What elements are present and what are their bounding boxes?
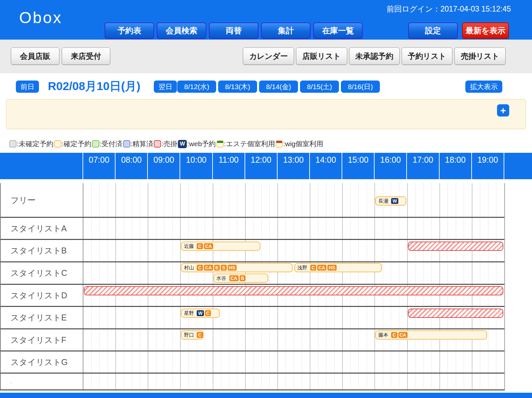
row-label-stylist-free: フリー bbox=[1, 183, 83, 217]
nav-inventory-list[interactable]: 在庫一覧 bbox=[313, 22, 363, 39]
row-label-stylist-a: スタイリストA bbox=[1, 218, 83, 239]
toolbar-visit-reception-button[interactable]: 来店受付 bbox=[62, 48, 110, 65]
legend-swatch-pink-icon bbox=[154, 140, 161, 148]
service-badge: C bbox=[197, 265, 203, 271]
blocked-time-box[interactable] bbox=[84, 286, 503, 295]
appointment-customer-name: 星野 bbox=[184, 310, 194, 316]
appointment-box[interactable]: 近藤CCA bbox=[181, 242, 260, 251]
toolbar-member-store-sales-button[interactable]: 会員店販 bbox=[11, 48, 59, 65]
date-8-16-button[interactable]: 8/16(日) bbox=[341, 81, 380, 93]
row-cells-stylist-e[interactable]: 星野WC bbox=[83, 307, 504, 328]
service-badge: CA bbox=[317, 265, 326, 271]
appointment-box[interactable]: 藤本CCA bbox=[375, 330, 487, 340]
appointment-customer-name: 野口 bbox=[184, 332, 194, 338]
service-badge: C bbox=[310, 265, 316, 271]
row-cells-stylist-c[interactable]: 村山CCAESHS浅野CCAHS水谷CAB bbox=[83, 262, 504, 284]
top-header-bar: Obox 前回ログイン：2017-04-03 15:12:45 予約表会員検索両… bbox=[0, 0, 532, 40]
row-cells-stylist-f[interactable]: 野口C藤本CCA bbox=[83, 329, 504, 350]
web-reservation-badge: W bbox=[391, 198, 398, 204]
appointment-customer-name: 浅野 bbox=[297, 265, 307, 271]
schedule-row-stylist-b: スタイリストB近藤CCA bbox=[1, 239, 504, 261]
app-logo: Obox bbox=[19, 9, 62, 27]
toolbar-receivables-list-button[interactable]: 売掛リスト bbox=[454, 48, 506, 65]
nav-member-search[interactable]: 会員検索 bbox=[157, 22, 206, 39]
row-cells-stylist-a[interactable] bbox=[83, 218, 504, 239]
legend-item-green: :受付済 bbox=[92, 139, 122, 149]
nav-reservation-table[interactable]: 予約表 bbox=[105, 22, 154, 39]
row-cells-row-blank[interactable] bbox=[83, 374, 504, 389]
next-day-button[interactable]: 翌日 bbox=[154, 81, 177, 93]
legend-label: :未確定予約 bbox=[17, 139, 53, 149]
service-badge: S bbox=[221, 265, 226, 271]
toolbar-calendar-button[interactable]: カレンダー bbox=[243, 48, 294, 65]
schedule-row-row-blank: . bbox=[1, 373, 504, 389]
date-8-12-button[interactable]: 8/12(水) bbox=[177, 81, 216, 93]
row-cells-stylist-g[interactable] bbox=[83, 351, 504, 373]
appointment-box[interactable]: 水谷CAB bbox=[214, 274, 269, 283]
appointment-box[interactable]: 村山CCAESHS bbox=[181, 263, 293, 272]
status-legend: :未確定予約:確定予約:受付済:精算済:売掛W:web予約:エステ個室利用:wi… bbox=[9, 139, 532, 149]
expand-view-button[interactable]: 拡大表示 bbox=[465, 81, 502, 93]
appointment-box[interactable]: 星野WC bbox=[181, 309, 220, 318]
time-header-cell: 09:00 bbox=[148, 153, 180, 179]
toolbar-store-sales-list-button[interactable]: 店販リスト bbox=[296, 48, 347, 65]
obox-app: Obox 前回ログイン：2017-04-03 15:12:45 予約表会員検索両… bbox=[0, 0, 532, 398]
appointment-customer-name: 村山 bbox=[184, 265, 194, 271]
legend-swatch-blue-icon bbox=[123, 140, 130, 148]
date-8-15-button[interactable]: 8/15(土) bbox=[300, 81, 339, 93]
blocked-time-box[interactable] bbox=[408, 309, 503, 318]
row-cells-stylist-free[interactable]: 長瀬W bbox=[83, 183, 504, 217]
time-header-filler bbox=[504, 153, 532, 179]
appointment-box[interactable]: 長瀬W bbox=[375, 196, 406, 206]
time-header-cell: 16:00 bbox=[375, 153, 407, 179]
row-label-stylist-b: スタイリストB bbox=[1, 240, 83, 261]
legend-item-cream: :確定予約 bbox=[54, 139, 91, 149]
refresh-latest-button[interactable]: 最新を表示 bbox=[462, 22, 509, 39]
time-header-cell: 10:00 bbox=[180, 153, 213, 179]
prev-day-button[interactable]: 前日 bbox=[16, 81, 39, 93]
legend-label: :精算済 bbox=[131, 139, 153, 149]
blocked-time-box[interactable] bbox=[408, 242, 503, 251]
main-nav-right: 設定 最新を表示 bbox=[408, 22, 509, 39]
toolbar-unapproved-reservations-button[interactable]: 未承認予約 bbox=[349, 48, 400, 65]
service-badge: B bbox=[240, 275, 246, 281]
schedule-row-stylist-d: スタイリストD bbox=[1, 284, 504, 306]
sub-toolbar-right: カレンダー店販リスト未承認予約予約リスト売掛リスト bbox=[243, 48, 506, 65]
time-header-cell: 17:00 bbox=[407, 153, 439, 179]
service-badge: C bbox=[205, 310, 211, 316]
service-badge: C bbox=[197, 332, 203, 338]
legend-swatch-este-icon bbox=[216, 140, 224, 148]
time-header-cell: 11:00 bbox=[213, 153, 245, 179]
current-date-title: R02/08月10日(月) bbox=[48, 79, 140, 94]
appointment-box[interactable]: 浅野CCAHS bbox=[294, 263, 382, 272]
date-8-13-button[interactable]: 8/13(木) bbox=[218, 81, 257, 93]
schedule-row-stylist-g: スタイリストG bbox=[1, 350, 504, 373]
sub-toolbar: 会員店販来店受付 カレンダー店販リスト未承認予約予約リスト売掛リスト bbox=[0, 40, 532, 73]
service-badge: CA bbox=[204, 243, 213, 249]
legend-item-wig: :wig個室利用 bbox=[276, 139, 323, 149]
appointment-box[interactable]: 野口C bbox=[181, 330, 204, 340]
schedule-row-stylist-c: スタイリストC村山CCAESHS浅野CCAHS水谷CAB bbox=[1, 261, 504, 284]
nav-totals[interactable]: 集計 bbox=[261, 22, 311, 39]
nav-currency-exchange[interactable]: 両替 bbox=[209, 22, 258, 39]
time-header-cell: 14:00 bbox=[310, 153, 342, 179]
legend-label: :エステ個室利用 bbox=[224, 139, 275, 149]
schedule-row-stylist-a: スタイリストA bbox=[1, 217, 504, 239]
settings-button[interactable]: 設定 bbox=[408, 22, 458, 39]
notice-panel: + bbox=[6, 99, 526, 129]
toolbar-reservation-list-button[interactable]: 予約リスト bbox=[402, 48, 453, 65]
date-navigation-bar: 前日 R02/08月10日(月) 翌日 8/12(水)8/13(木)8/14(金… bbox=[0, 73, 532, 99]
row-cells-stylist-d[interactable] bbox=[83, 285, 504, 306]
legend-item-pink: :売掛 bbox=[154, 139, 177, 149]
row-cells-stylist-b[interactable]: 近藤CCA bbox=[83, 240, 504, 261]
time-header-cell: 07:00 bbox=[83, 153, 116, 179]
last-login-text: 前回ログイン：2017-04-03 15:12:45 bbox=[386, 4, 511, 14]
time-header-cell: 19:00 bbox=[472, 153, 504, 179]
legend-swatch-wig-icon bbox=[276, 140, 283, 148]
legend-item-este: :エステ個室利用 bbox=[216, 139, 275, 149]
service-badge: CA bbox=[204, 265, 213, 271]
date-8-14-button[interactable]: 8/14(金) bbox=[259, 81, 298, 93]
legend-swatch-gray-icon bbox=[9, 140, 17, 148]
add-notice-button[interactable]: + bbox=[497, 104, 509, 116]
schedule-row-stylist-e: スタイリストE星野WC bbox=[1, 306, 504, 328]
